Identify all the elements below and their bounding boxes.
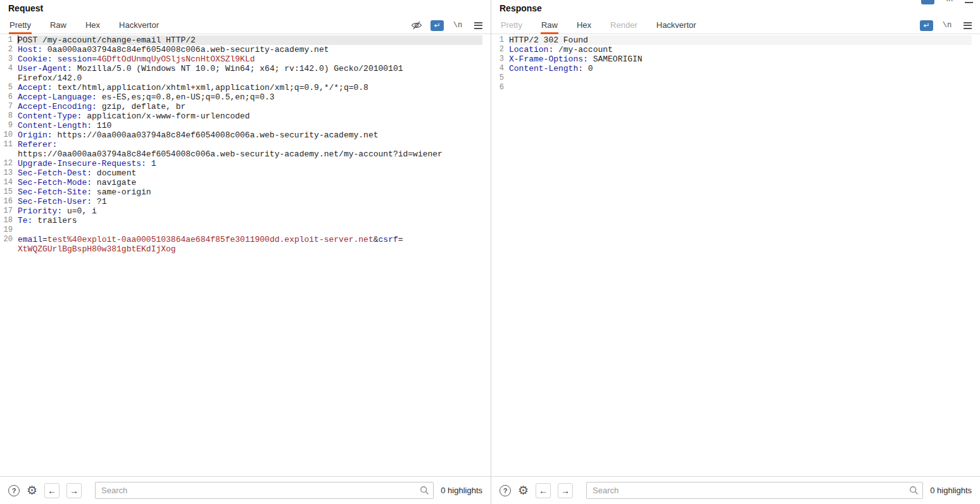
editor-line: 4User-Agent: Mozilla/5.0 (Windows NT 10.… bbox=[0, 64, 491, 83]
editor-line: 3Cookie: session=4GDftOdUnmqUyOSljsNcnHt… bbox=[0, 54, 491, 64]
request-panel: Request PrettyRawHexHackvertor ↵ \n 1POS… bbox=[0, 0, 491, 504]
search-icon bbox=[420, 486, 429, 498]
line-content bbox=[18, 225, 482, 235]
next-match-button[interactable]: → bbox=[558, 483, 573, 498]
tab-pretty: Pretty bbox=[500, 20, 523, 34]
line-number: 5 bbox=[0, 83, 13, 92]
line-content: Sec-Fetch-Mode: navigate bbox=[18, 178, 482, 187]
line-content bbox=[509, 83, 972, 92]
line-number: 2 bbox=[491, 45, 504, 54]
response-tabs: PrettyRawHexRenderHackvertor bbox=[491, 17, 898, 34]
editor-line: 2Host: 0aa000aa03794a8c84ef6054008c006a.… bbox=[0, 45, 491, 54]
line-content: Upgrade-Insecure-Requests: 1 bbox=[18, 159, 482, 168]
request-panel-title: Request bbox=[8, 3, 43, 13]
line-number: 16 bbox=[0, 197, 13, 206]
line-content: Content-Length: 0 bbox=[509, 64, 972, 73]
line-content: Origin: https://0aa000aa03794a8c84ef6054… bbox=[18, 130, 482, 140]
search-icon bbox=[909, 486, 919, 498]
editor-line: 13Sec-Fetch-Dest: document bbox=[0, 168, 491, 178]
newline-icon[interactable]: \n bbox=[451, 20, 464, 31]
response-panel-title: Response bbox=[499, 3, 542, 13]
line-content: Accept-Language: es-ES,es;q=0.8,en-US;q=… bbox=[18, 92, 482, 102]
previous-match-button[interactable]: ← bbox=[44, 483, 60, 498]
visibility-off-icon[interactable] bbox=[410, 20, 423, 31]
response-editor[interactable]: 1HTTP/2 302 Found2Location: /my-account3… bbox=[491, 35, 980, 476]
search-input[interactable] bbox=[95, 482, 434, 499]
line-number: 1 bbox=[491, 35, 504, 45]
editor-line: 1HTTP/2 302 Found bbox=[491, 35, 980, 45]
line-number: 3 bbox=[491, 54, 504, 64]
request-editor[interactable]: 1POST /my-account/change-email HTTP/22Ho… bbox=[0, 35, 491, 476]
settings-gear-icon[interactable]: ⚙ bbox=[27, 484, 37, 496]
line-number: 19 bbox=[0, 225, 13, 235]
line-content: Cookie: session=4GDftOdUnmqUyOSljsNcnHtO… bbox=[18, 54, 482, 64]
editor-line: 6Accept-Language: es-ES,es;q=0.8,en-US;q… bbox=[0, 92, 491, 102]
line-content: User-Agent: Mozilla/5.0 (Windows NT 10.0… bbox=[18, 64, 482, 83]
editor-line: 11Referer:https://0aa000aa03794a8c84ef60… bbox=[0, 140, 491, 159]
line-number: 9 bbox=[0, 121, 13, 130]
tab-hackvertor[interactable]: Hackvertor bbox=[118, 20, 160, 34]
tab-raw[interactable]: Raw bbox=[49, 20, 67, 34]
line-content: Referer:https://0aa000aa03794a8c84ef6054… bbox=[18, 140, 482, 159]
newline-icon: \n bbox=[942, 0, 955, 5]
line-content: Content-Type: application/x-www-form-url… bbox=[18, 111, 482, 121]
line-number: 3 bbox=[0, 54, 13, 64]
line-number: 5 bbox=[491, 73, 504, 83]
line-number: 17 bbox=[0, 206, 13, 216]
line-content: Sec-Fetch-Dest: document bbox=[18, 168, 482, 178]
highlights-count: 0 highlights bbox=[930, 486, 972, 495]
editor-line: 14Sec-Fetch-Mode: navigate bbox=[0, 178, 491, 187]
settings-gear-icon[interactable]: ⚙ bbox=[518, 484, 529, 496]
line-content: Content-Length: 110 bbox=[18, 121, 482, 130]
line-number: 11 bbox=[0, 140, 13, 159]
search-box bbox=[586, 482, 923, 499]
editor-line: 19 bbox=[0, 225, 491, 235]
tab-hex[interactable]: Hex bbox=[85, 20, 101, 34]
line-number: 20 bbox=[0, 235, 13, 254]
tab-hex[interactable]: Hex bbox=[576, 20, 592, 34]
menu-icon[interactable] bbox=[472, 20, 484, 31]
tab-raw[interactable]: Raw bbox=[541, 20, 558, 34]
repeater-window: Request PrettyRawHexHackvertor ↵ \n 1POS… bbox=[0, 0, 980, 504]
help-icon[interactable]: ? bbox=[8, 485, 20, 496]
next-match-button[interactable]: → bbox=[66, 483, 82, 498]
editor-line: 1POST /my-account/change-email HTTP/2 bbox=[0, 35, 491, 45]
line-number: 1 bbox=[0, 35, 13, 45]
search-input[interactable] bbox=[586, 482, 923, 499]
line-number: 10 bbox=[0, 130, 13, 140]
line-number: 7 bbox=[0, 102, 13, 111]
line-content: X-Frame-Options: SAMEORIGIN bbox=[509, 54, 972, 64]
line-content: POST /my-account/change-email HTTP/2 bbox=[18, 35, 482, 45]
editor-line: 20email=test%40exploit-0aa0005103864ae68… bbox=[0, 235, 491, 254]
word-wrap-icon[interactable]: ↵ bbox=[430, 20, 444, 31]
request-footer: ? ⚙ ← → 0 highlights bbox=[0, 476, 491, 504]
request-tabs: PrettyRawHexHackvertor bbox=[0, 17, 408, 34]
highlights-count: 0 highlights bbox=[441, 486, 482, 495]
line-content: Accept: text/html,application/xhtml+xml,… bbox=[18, 83, 482, 92]
tab-hackvertor[interactable]: Hackvertor bbox=[656, 20, 697, 34]
menu-icon[interactable] bbox=[961, 20, 974, 31]
line-content: Sec-Fetch-Site: same-origin bbox=[18, 187, 482, 197]
tab-pretty[interactable]: Pretty bbox=[9, 20, 32, 34]
editor-line: 5 bbox=[491, 73, 980, 83]
editor-line: 4Content-Length: 0 bbox=[491, 64, 980, 73]
line-content: email=test%40exploit-0aa0005103864ae684f… bbox=[18, 235, 482, 254]
editor-line: 2Location: /my-account bbox=[491, 45, 980, 54]
word-wrap-icon[interactable]: ↵ bbox=[920, 20, 933, 31]
previous-match-button[interactable]: ← bbox=[536, 483, 551, 498]
line-content bbox=[509, 73, 972, 83]
editor-line: 17Priority: u=0, i bbox=[0, 206, 491, 216]
line-number: 13 bbox=[0, 168, 13, 178]
response-panel: Response PrettyRawHexRenderHackvertor \n… bbox=[491, 0, 980, 504]
wrap-glyph: ↵ bbox=[434, 22, 440, 29]
line-number: 6 bbox=[491, 83, 504, 92]
line-number: 15 bbox=[0, 187, 13, 197]
help-icon[interactable]: ? bbox=[499, 485, 511, 496]
line-number: 4 bbox=[0, 64, 13, 83]
search-box bbox=[95, 482, 434, 499]
line-number: 2 bbox=[0, 45, 13, 54]
line-number: 18 bbox=[0, 216, 13, 225]
line-number: 14 bbox=[0, 178, 13, 187]
editor-line: 16Sec-Fetch-User: ?1 bbox=[0, 197, 491, 206]
newline-icon[interactable]: \n bbox=[941, 20, 953, 31]
